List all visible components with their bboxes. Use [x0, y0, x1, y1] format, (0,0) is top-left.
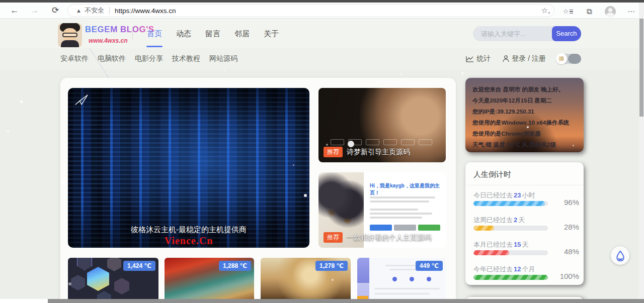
snow-dot	[461, 72, 463, 74]
collections-icon[interactable]: ⧉	[583, 6, 596, 17]
snow-dot	[304, 194, 307, 197]
insecure-warning-icon: ▲	[76, 8, 82, 14]
temperature-badge: 1,278 ℃	[315, 261, 348, 271]
dashboard-line	[374, 293, 430, 294]
snow-dot	[224, 70, 226, 71]
security-label: 不安全	[85, 6, 104, 15]
progress-percent: 100%	[560, 272, 579, 280]
browser-window: ← → ⟳ ▲ 不安全 https://www.4wxs.cn ☆+ ☆ ⧉ ⋯…	[0, 0, 644, 303]
scrollbar-thumb[interactable]	[639, 19, 643, 117]
logo-glasses	[62, 33, 77, 37]
toggle-knob	[568, 54, 581, 64]
featured-slider[interactable]: 彼格沐云主机-最稳定的主机提供商 Vience.Cn	[68, 88, 309, 248]
hexagon-decoration	[114, 278, 129, 294]
snow-dot	[527, 126, 529, 128]
homepage-heading: Hi，我是kaygb，这里是我的主页！	[370, 182, 442, 196]
login-label: 登录 / 注册	[512, 54, 546, 63]
back-icon[interactable]: ←	[8, 5, 21, 17]
profile-avatar[interactable]	[605, 6, 616, 17]
chart-icon	[466, 56, 474, 62]
welcome-line: 您使用的是Chrome浏览器	[472, 128, 578, 139]
address-bar[interactable]: ▲ 不安全 https://www.4wxs.cn ☆+	[67, 4, 554, 17]
progress-fill	[473, 201, 545, 206]
nav-item-about[interactable]: 关于	[257, 19, 286, 48]
snow-dot	[332, 279, 334, 281]
dashboard-line	[374, 288, 440, 289]
recommend-badge: 推荐	[324, 232, 343, 243]
dashboard-dot	[427, 277, 431, 281]
login-register-link[interactable]: 登录 / 注册	[503, 54, 546, 63]
favorites-bar-icon[interactable]: ☆	[561, 6, 575, 17]
post-thumb-4[interactable]: 449 ℃	[357, 258, 446, 303]
stats-link[interactable]: 统计	[466, 54, 491, 63]
forward-icon[interactable]: →	[28, 5, 41, 17]
bottom-edge-left	[0, 299, 48, 303]
category-source-code[interactable]: 网站源码	[209, 54, 237, 63]
category-movies[interactable]: 电影分享	[135, 54, 163, 63]
dashboard-dot	[392, 277, 397, 281]
theme-drop-button[interactable]	[611, 246, 629, 265]
github-button-decoration	[394, 225, 416, 231]
snow-dot	[573, 145, 574, 146]
post-title: 诗梦新引导主页源码	[347, 148, 410, 157]
person-icon	[503, 55, 509, 62]
nav-item-home[interactable]: 首页	[140, 19, 169, 48]
snow-dot	[20, 100, 23, 103]
welcome-line: 欢迎您来自 昆明市 的朋友 晚上好。	[472, 84, 578, 95]
hexagon-logo	[87, 267, 109, 291]
life-countdown-widget: 人生倒计时 今日已经过去23小时 96% 这周已经过去2天 28% 本月已经过去…	[465, 162, 584, 285]
text-line-decoration	[370, 196, 435, 198]
recommend-badge: 推荐	[324, 147, 343, 157]
countdown-row-month: 本月已经过去15天 48%	[473, 240, 579, 249]
category-android[interactable]: 安卓软件	[60, 54, 89, 63]
category-tutorials[interactable]: 技术教程	[172, 54, 200, 63]
nav-item-updates[interactable]: 动态	[169, 19, 198, 48]
bookmark-star-icon[interactable]: ☆+	[541, 6, 548, 15]
progress-fill	[473, 275, 548, 280]
temperature-badge: 449 ℃	[416, 261, 443, 271]
welcome-line: 天气:晴 温度:14℃ 风:西南风2级	[472, 139, 578, 150]
stats-label: 统计	[476, 54, 491, 63]
post-thumb-1[interactable]: 1,424 ℃	[68, 258, 158, 303]
browser-toolbar: ← → ⟳ ▲ 不安全 https://www.4wxs.cn ☆+ ☆ ⧉ ⋯	[0, 3, 644, 19]
snow-dot	[467, 227, 469, 229]
snow-dot	[557, 120, 559, 121]
category-pc-software[interactable]: 电脑软件	[98, 54, 126, 63]
snow-dot	[326, 144, 328, 146]
progress-fill	[473, 250, 509, 255]
snow-dot	[492, 36, 493, 38]
post-thumb-3[interactable]: 1,278 ℃	[261, 258, 351, 303]
temperature-badge: 1,288 ℃	[219, 261, 251, 271]
site-logo-avatar[interactable]	[58, 23, 82, 47]
countdown-row-year: 今年已经过去12个月 100%	[473, 265, 579, 274]
featured-post-1[interactable]: 推荐 诗梦新引导主页源码	[318, 88, 446, 162]
popup-toggle[interactable]: 弹	[558, 54, 581, 64]
featured-post-2[interactable]: Hi，我是kaygb，这里是我的主页！ 推荐 一款很好看的个人主页源码	[318, 172, 446, 248]
post-thumb-2[interactable]: 1,288 ℃	[165, 258, 254, 303]
toggle-badge: 弹	[556, 53, 567, 64]
paper-plane-icon	[75, 94, 88, 105]
progress-track	[473, 226, 548, 231]
water-drop-icon	[615, 250, 625, 261]
dashboard-line	[389, 269, 418, 270]
mail-button-decoration	[418, 225, 440, 231]
temperature-badge: 1,424 ℃	[123, 261, 155, 271]
hexagon-decoration	[107, 258, 121, 271]
progress-track	[473, 201, 548, 206]
category-nav: 安卓软件 电脑软件 电影分享 技术教程 网站源码 统计 登录 / 注册 弹	[0, 48, 644, 69]
blog-button-decoration	[370, 225, 392, 231]
browser-menu-icon[interactable]: ⋯	[625, 6, 638, 17]
snow-dot	[7, 130, 9, 132]
hexagon-decoration	[77, 258, 92, 270]
search-button[interactable]: Search	[552, 26, 581, 41]
dashboard-dot	[410, 277, 414, 281]
reload-icon[interactable]: ⟳	[49, 5, 62, 17]
nav-item-neighbors[interactable]: 邻居	[227, 19, 257, 48]
url-text: https://www.4wxs.cn	[115, 7, 176, 15]
slide-watermark: Vience.Cn	[68, 235, 309, 247]
nav-item-messages[interactable]: 留言	[198, 19, 227, 48]
text-line-decoration	[370, 217, 422, 219]
text-line-decoration	[370, 209, 418, 211]
snow-dot	[61, 180, 66, 185]
url-divider	[109, 7, 110, 14]
